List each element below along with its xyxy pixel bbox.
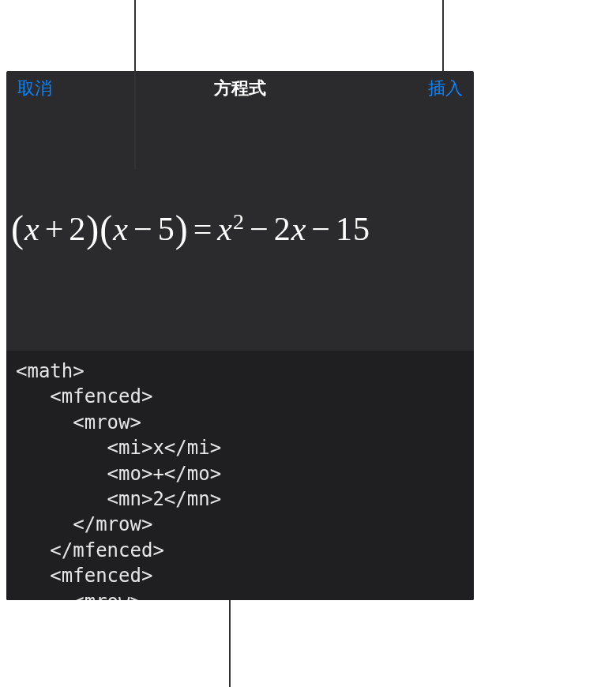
paren-close-2: ) xyxy=(175,208,189,250)
op-plus: + xyxy=(40,211,69,247)
equation-dialog: 取消 方程式 插入 (x+2)(x−5)=x2−2x−15 <math> <mf… xyxy=(6,71,474,600)
paren-open-2: ( xyxy=(100,208,113,250)
paren-close: ) xyxy=(86,208,100,250)
rendered-equation: (x+2)(x−5)=x2−2x−15 xyxy=(11,207,370,250)
var-x-4: x xyxy=(291,211,307,247)
var-x-3: x xyxy=(217,211,233,247)
cancel-button[interactable]: 取消 xyxy=(17,77,52,100)
num-5: 5 xyxy=(158,211,175,247)
paren-open: ( xyxy=(11,208,24,250)
op-minus-2: − xyxy=(245,211,274,247)
exp-2: 2 xyxy=(233,209,245,234)
num-15: 15 xyxy=(336,211,370,247)
op-equals: = xyxy=(189,211,218,247)
var-x-2: x xyxy=(113,211,129,247)
num-2: 2 xyxy=(69,211,86,247)
callout-line-code xyxy=(229,600,231,687)
num-2b: 2 xyxy=(274,211,291,247)
mathml-source-editor[interactable]: <math> <mfenced> <mrow> <mi>x</mi> <mo>+… xyxy=(6,351,474,600)
dialog-title: 方程式 xyxy=(214,77,266,100)
op-minus: − xyxy=(129,211,158,247)
op-minus-3: − xyxy=(306,211,336,247)
dialog-header: 取消 方程式 插入 xyxy=(6,71,474,106)
callout-line-preview xyxy=(134,0,136,170)
callout-line-insert xyxy=(442,0,444,71)
equation-preview: (x+2)(x−5)=x2−2x−15 xyxy=(6,106,474,351)
var-x: x xyxy=(24,211,40,247)
insert-button[interactable]: 插入 xyxy=(428,77,463,100)
